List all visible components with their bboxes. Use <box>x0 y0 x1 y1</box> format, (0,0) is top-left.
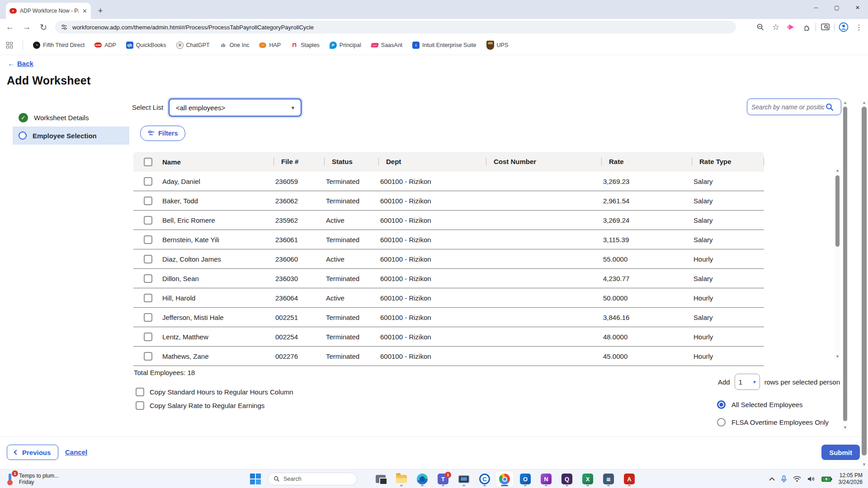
step-employee-selection[interactable]: Employee Selection <box>13 127 129 145</box>
select-list-dropdown[interactable]: <all employees> ▾ <box>169 99 302 117</box>
row-checkbox[interactable] <box>144 352 152 361</box>
new-tab-button[interactable]: + <box>94 5 107 17</box>
bookmark-intuit[interactable]: ıIntuit Enterprise Suite <box>412 42 476 49</box>
previous-button[interactable]: Previous <box>7 445 58 460</box>
col-file[interactable]: File # <box>274 158 324 166</box>
col-rate-type[interactable]: Rate Type <box>692 158 764 166</box>
col-name[interactable]: Name <box>160 158 274 166</box>
onenote-icon[interactable]: N <box>537 471 555 487</box>
row-checkbox[interactable] <box>144 235 152 244</box>
taskbar-search[interactable]: Search <box>268 473 357 485</box>
bookmark-star-icon[interactable]: ☆ <box>769 21 782 33</box>
row-checkbox[interactable] <box>144 294 152 302</box>
filters-button[interactable]: Filters <box>140 126 185 141</box>
row-checkbox[interactable] <box>144 177 152 186</box>
table-row[interactable]: Aday, Daniel 236059 Terminated 600100 - … <box>133 172 764 191</box>
excel-icon[interactable]: X <box>579 471 597 487</box>
forward-nav-icon[interactable]: → <box>20 20 33 34</box>
col-cost-number[interactable]: Cost Number <box>486 158 601 166</box>
copy-standard-hours-checkbox[interactable] <box>136 388 144 396</box>
remote-desktop-icon[interactable] <box>455 471 473 487</box>
speaker-icon[interactable] <box>807 476 815 482</box>
zoom-icon[interactable] <box>754 21 767 33</box>
taskbar-clock[interactable]: 12:05 PM 3/24/2026 <box>839 472 863 486</box>
site-settings-icon[interactable] <box>61 23 68 31</box>
tab-close-icon[interactable]: ✕ <box>82 8 87 14</box>
back-nav-icon[interactable]: ← <box>3 20 17 34</box>
bookmark-quickbooks[interactable]: qbQuickBooks <box>126 42 166 49</box>
weather-thermometer-icon: 1 <box>5 472 15 486</box>
bookmark-staples[interactable]: ⊓Staples <box>291 42 320 49</box>
bookmark-ups[interactable]: UPS <box>486 41 509 50</box>
table-row[interactable]: Mathews, Zane 002276 Terminated 600100 -… <box>133 347 764 366</box>
row-checkbox[interactable] <box>144 255 152 263</box>
window-close-button[interactable]: ✕ <box>847 0 868 15</box>
table-row[interactable]: Baker, Todd 236062 Terminated 600100 - R… <box>133 191 764 211</box>
row-checkbox[interactable] <box>144 333 152 341</box>
microphone-icon[interactable] <box>781 475 787 483</box>
table-row[interactable]: Jefferson, Misti Hale 002251 Terminated … <box>133 308 764 327</box>
window-minimize-button[interactable]: ─ <box>806 0 826 15</box>
bookmark-hap[interactable]: ··HAP <box>259 42 281 48</box>
teams-icon[interactable]: T 1 <box>434 471 452 487</box>
table-scrollbar[interactable]: ▲ ▼ <box>835 168 840 360</box>
bookmark-fifth-third[interactable]: ◔Fifth Third Direct <box>33 42 85 49</box>
start-button[interactable] <box>250 473 261 485</box>
back-link[interactable]: ← Back <box>8 60 33 67</box>
profile-avatar-icon[interactable] <box>837 21 850 33</box>
task-view-icon[interactable] <box>372 471 390 487</box>
select-all-checkbox[interactable] <box>144 158 152 166</box>
cell-status: Terminated <box>324 352 378 360</box>
table-row[interactable]: Bell, Eric Romere 235962 Active 600100 -… <box>133 211 764 230</box>
content-scrollbar[interactable]: ▲ ▼ <box>842 100 848 431</box>
side-panel-search-icon[interactable] <box>819 21 831 33</box>
outlook-icon[interactable]: O <box>516 471 534 487</box>
app-q-icon[interactable]: Q <box>558 471 576 487</box>
flsa-overtime-radio[interactable] <box>717 418 726 427</box>
cell-rate-type: Salary <box>692 275 764 282</box>
browser-tab[interactable]: A ADP Workforce Now - Payroll D ✕ <box>6 3 91 19</box>
employee-search-input[interactable] <box>751 103 826 111</box>
file-explorer-icon[interactable] <box>392 471 410 487</box>
col-rate[interactable]: Rate <box>601 158 692 166</box>
add-rows-dropdown[interactable]: 1 ▾ <box>735 374 760 390</box>
app-c-icon[interactable]: C <box>476 471 494 487</box>
wifi-icon[interactable] <box>793 476 801 482</box>
table-row[interactable]: Dillon, Sean 236030 Terminated 600100 - … <box>133 269 764 288</box>
bookmark-saasant[interactable]: —SaasAnt <box>371 42 402 48</box>
table-row[interactable]: Bernstein, Kate Yili 236061 Terminated 6… <box>133 230 764 249</box>
table-row[interactable]: Lentz, Matthew 002254 Terminated 600100 … <box>133 327 764 347</box>
bookmark-chatgpt[interactable]: ⌘ChatGPT <box>176 42 210 49</box>
bookmark-principal[interactable]: PPrincipal <box>330 42 361 49</box>
col-dept[interactable]: Dept <box>378 158 486 166</box>
pink-extension-icon[interactable] <box>785 21 797 33</box>
calculator-icon[interactable]: ▦ <box>599 471 618 487</box>
tray-chevron-up-icon[interactable] <box>769 477 775 481</box>
all-selected-employees-radio[interactable] <box>717 400 726 409</box>
page-scrollbar[interactable]: ▲ ▼ <box>861 100 868 468</box>
table-row[interactable]: Hill, Harold 236064 Active 600100 - Rizi… <box>133 288 764 308</box>
browser-menu-icon[interactable]: ⋮ <box>853 21 865 33</box>
chrome-icon[interactable] <box>495 471 514 487</box>
acrobat-icon[interactable]: A <box>620 471 638 487</box>
url-bar[interactable]: workforcenow.adp.com/theme/admin.html#/P… <box>55 21 736 33</box>
table-row[interactable]: Diaz, Colton James 236060 Active 600100 … <box>133 249 764 269</box>
weather-widget[interactable]: 1 Temps to plum... Friday <box>0 472 63 486</box>
submit-button[interactable]: Submit <box>821 445 860 460</box>
col-status[interactable]: Status <box>324 158 378 166</box>
row-checkbox[interactable] <box>144 313 152 322</box>
edge-icon[interactable] <box>413 471 431 487</box>
window-maximize-button[interactable]: ▢ <box>826 0 847 15</box>
extensions-puzzle-icon[interactable] <box>800 21 813 33</box>
copy-salary-rate-checkbox[interactable] <box>136 401 144 410</box>
row-checkbox[interactable] <box>144 197 152 205</box>
bookmark-adp[interactable]: ADPADP <box>94 42 116 48</box>
cancel-link[interactable]: Cancel <box>65 445 87 460</box>
row-checkbox[interactable] <box>144 274 152 283</box>
search-icon[interactable] <box>826 103 834 111</box>
bookmark-one-inc[interactable]: ılıOne Inc <box>220 42 250 49</box>
reload-icon[interactable]: ↻ <box>37 20 50 34</box>
row-checkbox[interactable] <box>144 216 152 225</box>
apps-grid-icon[interactable] <box>6 42 13 48</box>
step-worksheet-details[interactable]: ✓ Worksheet Details <box>13 108 129 127</box>
